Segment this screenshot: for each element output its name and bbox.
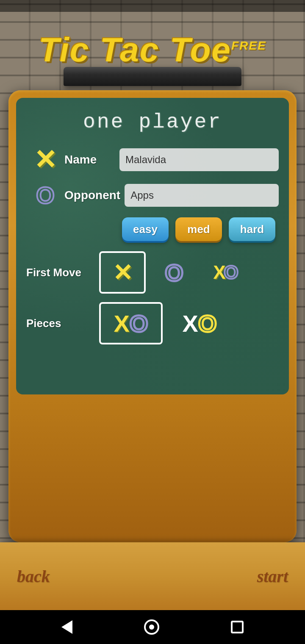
status-bar (0, 0, 305, 12)
shelf (0, 67, 305, 86)
first-move-o-symbol: O (165, 259, 183, 286)
first-move-label: First Move (26, 266, 94, 279)
hard-button[interactable]: hard (229, 217, 275, 241)
start-button[interactable]: start (257, 566, 288, 586)
chalkboard-frame: one player ✕ Name O Opponent easy med ha… (8, 90, 297, 542)
pieces-x2-symbol: X (183, 310, 198, 337)
opponent-label: Opponent (64, 189, 120, 202)
chalkboard-inner: one player ✕ Name O Opponent easy med ha… (16, 98, 289, 394)
title-text: Tic Tac Toe (39, 31, 231, 69)
android-nav (0, 610, 305, 644)
o-icon: O (26, 183, 64, 207)
app-title: Tic Tac ToeFREE (0, 33, 305, 67)
pieces-label: Pieces (26, 317, 94, 330)
home-nav-dot (149, 625, 154, 630)
easy-button[interactable]: easy (122, 217, 169, 241)
first-move-x-symbol: ✕ (113, 259, 133, 286)
screen: Tic Tac ToeFREE one player ✕ Name O Oppo… (0, 0, 305, 644)
first-move-xo-o: O (224, 262, 238, 283)
name-row: ✕ Name (26, 146, 279, 173)
recents-nav-icon[interactable] (231, 621, 244, 633)
first-move-xo-option[interactable]: X O (202, 251, 249, 294)
title-area: Tic Tac ToeFREE (0, 12, 305, 71)
pieces-x-symbol: X (114, 310, 130, 337)
first-move-x-option[interactable]: ✕ (99, 251, 146, 294)
name-label: Name (64, 153, 115, 167)
pieces-o2-symbol: O (198, 310, 217, 337)
mode-title: one player (26, 111, 279, 133)
x-icon: ✕ (26, 146, 64, 173)
bottom-bar: back start (0, 542, 305, 610)
name-input[interactable] (119, 148, 279, 171)
back-nav-icon[interactable] (61, 620, 72, 634)
pieces-o-symbol: O (130, 310, 148, 337)
home-nav-icon[interactable] (144, 619, 159, 635)
shelf-inner (64, 67, 241, 86)
med-button[interactable]: med (175, 217, 222, 241)
opponent-row: O Opponent (26, 183, 279, 207)
pieces-option-1[interactable]: X O (99, 302, 163, 344)
first-move-row: First Move ✕ O X O (26, 251, 279, 294)
pieces-option-2[interactable]: X O (168, 302, 231, 344)
first-move-o-option[interactable]: O (151, 251, 197, 294)
title-free: FREE (231, 39, 266, 52)
difficulty-row: easy med hard (26, 217, 279, 241)
pieces-row: Pieces X O X O (26, 302, 279, 344)
opponent-input[interactable] (125, 184, 279, 207)
back-button[interactable]: back (17, 566, 50, 586)
